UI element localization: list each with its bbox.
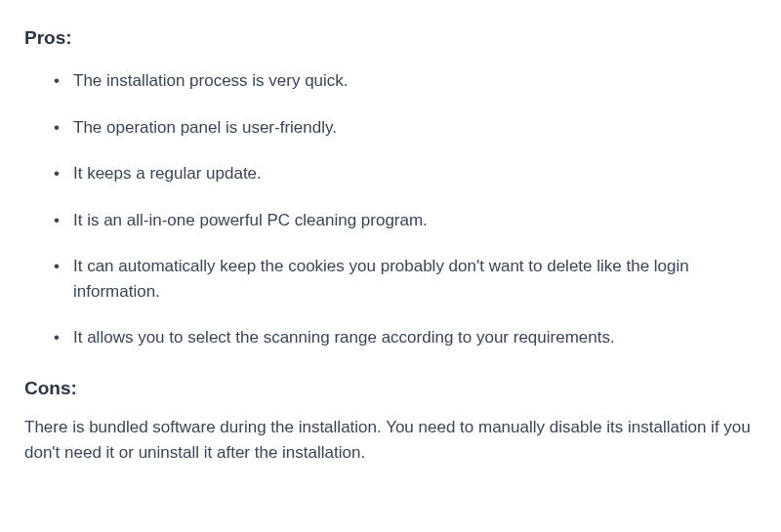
list-item: It is an all-in-one powerful PC cleaning… <box>54 208 757 233</box>
list-item: It can automatically keep the cookies yo… <box>54 254 757 304</box>
pros-heading: Pros: <box>24 27 757 49</box>
cons-text: There is bundled software during the ins… <box>24 415 757 467</box>
list-item: The installation process is very quick. <box>54 68 757 94</box>
cons-heading: Cons: <box>24 378 757 399</box>
pros-list: The installation process is very quick. … <box>24 68 757 350</box>
list-item: The operation panel is user-friendly. <box>54 115 757 141</box>
list-item: It keeps a regular update. <box>54 161 757 186</box>
list-item: It allows you to select the scanning ran… <box>54 325 757 350</box>
